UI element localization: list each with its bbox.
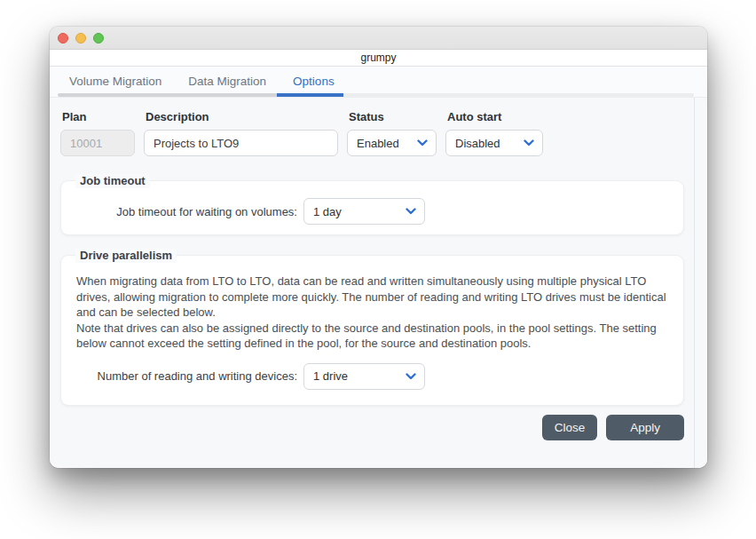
window-zoom-button[interactable] (93, 33, 104, 44)
scrollbar-track[interactable] (694, 98, 707, 468)
auto-start-label: Auto start (447, 110, 543, 123)
status-select[interactable]: Enabled (347, 130, 437, 156)
window-title: grumpy (50, 50, 707, 67)
close-button[interactable]: Close (542, 415, 598, 440)
devices-field-label: Number of reading and writing devices: (61, 369, 297, 383)
auto-start-select-value: Disabled (455, 137, 500, 150)
chevron-down-icon (417, 139, 428, 147)
chevron-down-icon (406, 208, 416, 215)
drive-parallelism-section-title: Drive parallelism (75, 249, 177, 263)
titlebar (50, 27, 707, 50)
job-timeout-section: Job timeout Job timeout for waiting on v… (60, 180, 684, 235)
devices-select[interactable]: 1 drive (303, 363, 425, 390)
job-timeout-select[interactable]: 1 day (303, 198, 425, 225)
job-timeout-section-title: Job timeout (75, 174, 150, 188)
chevron-down-icon (524, 139, 534, 147)
job-timeout-select-value: 1 day (313, 205, 342, 218)
options-panel: Plan Description Status Enabled Auto sta… (50, 97, 707, 468)
auto-start-field-group: Auto start Disabled (445, 110, 543, 156)
drive-parallelism-section: Drive parallelism When migrating data fr… (60, 255, 684, 406)
plan-label: Plan (62, 110, 135, 123)
chevron-down-icon (406, 373, 416, 380)
auto-start-select[interactable]: Disabled (445, 130, 543, 156)
app-window: grumpy Volume Migration Data Migration O… (50, 27, 707, 468)
drive-parallelism-paragraph-1: When migrating data from LTO to LTO, dat… (76, 273, 669, 321)
description-input[interactable] (144, 130, 338, 156)
devices-select-value: 1 drive (313, 369, 348, 383)
status-select-value: Enabled (357, 137, 399, 150)
job-timeout-row: Job timeout for waiting on volumes: 1 da… (61, 181, 683, 225)
tab-bar: Volume Migration Data Migration Options (50, 67, 707, 97)
status-field-group: Status Enabled (347, 110, 437, 156)
plan-field-group: Plan (60, 110, 135, 156)
window-minimize-button[interactable] (75, 33, 86, 44)
description-field-group: Description (144, 110, 338, 156)
plan-input (60, 130, 135, 156)
status-label: Status (349, 110, 437, 123)
drive-parallelism-description: When migrating data from LTO to LTO, dat… (61, 256, 683, 352)
drive-parallelism-paragraph-2: Note that drives can also be assigned di… (76, 321, 669, 352)
devices-row: Number of reading and writing devices: 1… (61, 363, 683, 390)
plan-form-row: Plan Description Status Enabled Auto sta… (60, 110, 697, 156)
job-timeout-field-label: Job timeout for waiting on volumes: (61, 205, 297, 218)
window-close-button[interactable] (58, 33, 68, 44)
description-label: Description (146, 110, 338, 123)
apply-button[interactable]: Apply (606, 415, 684, 440)
action-button-row: Close Apply (60, 415, 684, 440)
